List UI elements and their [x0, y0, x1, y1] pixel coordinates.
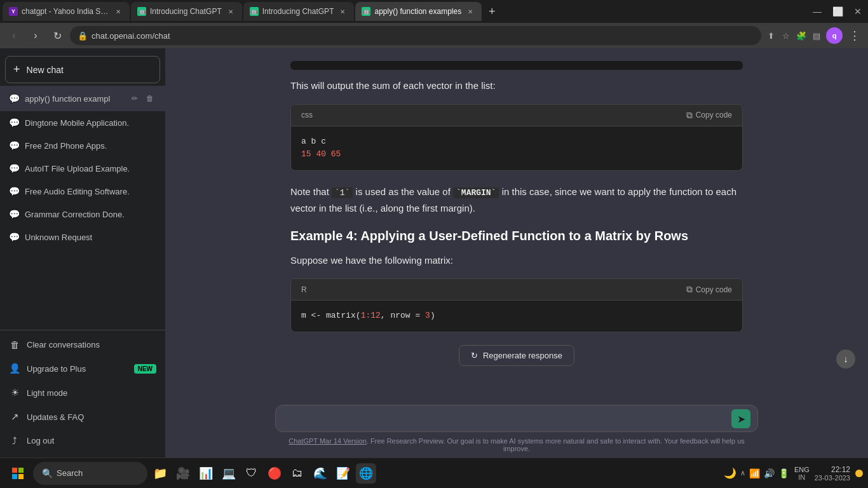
tab-3[interactable]: 🤖 Introducing ChatGPT ✕ — [243, 2, 355, 21]
win-logo-blue — [12, 474, 17, 479]
code-lang-1: css — [301, 111, 313, 119]
chat-icon-7: 💬 — [9, 232, 20, 242]
send-button[interactable]: ➤ — [731, 409, 750, 428]
taskbar-security-button[interactable]: 🛡 — [241, 463, 262, 484]
clear-conversations-button[interactable]: 🗑 Clear conversations — [0, 333, 165, 356]
chat-item-text-5: Free Audio Editing Software. — [25, 187, 156, 196]
lang-region: ENG IN — [794, 466, 810, 481]
start-button[interactable] — [5, 461, 31, 486]
taskbar-search-label: Search — [57, 468, 83, 478]
code-block-2-header: R ⧉ Copy code — [291, 279, 742, 301]
profile-button[interactable]: q — [826, 27, 843, 44]
regenerate-button[interactable]: ↻ Regenerate response — [459, 345, 574, 366]
win-logo-green — [18, 468, 24, 473]
tab-2[interactable]: 🤖 Introducing ChatGPT ✕ — [131, 2, 242, 21]
taskbar-opera-button[interactable]: 🔴 — [264, 463, 285, 484]
chat-icon-2: 💬 — [9, 118, 20, 128]
tab-4-close[interactable]: ✕ — [465, 6, 475, 17]
volume-icon[interactable]: 🔊 — [764, 468, 775, 478]
output-text: This will output the sum of each vector … — [290, 78, 743, 94]
new-chat-button[interactable]: + New chat — [5, 56, 160, 83]
chat-item-6[interactable]: 💬 Grammar Correction Done. — [0, 203, 165, 226]
code-content-1: a b c 15 40 65 — [291, 126, 742, 171]
tab-2-close[interactable]: ✕ — [226, 6, 236, 17]
bookmark-icon[interactable]: ☆ — [780, 30, 792, 41]
external-link-icon: ↗ — [9, 411, 20, 423]
browser-menu-button[interactable]: ⋮ — [846, 29, 863, 43]
network-icon[interactable]: 📶 — [749, 468, 760, 478]
footer-link[interactable]: ChatGPT Mar 14 Version — [288, 437, 367, 445]
time-display: 22:12 — [815, 465, 850, 474]
taskbar-dell-button[interactable]: 💻 — [219, 463, 239, 484]
win-logo-yellow — [18, 474, 24, 479]
taskbar-meet-button[interactable]: 🎥 — [173, 463, 193, 484]
url-action-icons: ⬆ ☆ 🧩 ▤ q ⋮ — [765, 27, 863, 44]
taskbar-word-button[interactable]: 📝 — [333, 463, 353, 484]
updates-faq-button[interactable]: ↗ Updates & FAQ — [0, 405, 165, 429]
battery-icon[interactable]: 🔋 — [778, 468, 789, 478]
copy-code-1-button[interactable]: ⧉ Copy code — [686, 110, 732, 121]
tab-1[interactable]: Y chatgpt - Yahoo India Search Res... ✕ — [3, 2, 130, 21]
tab-3-close[interactable]: ✕ — [337, 6, 348, 17]
maximize-button[interactable]: ⬜ — [830, 4, 845, 19]
chat-item-7[interactable]: 💬 Unknown Request — [0, 226, 165, 248]
note-inline-code-2: `MARGIN` — [453, 187, 499, 198]
taskbar-app3-button[interactable]: 📊 — [196, 463, 216, 484]
close-window-button[interactable]: ✕ — [850, 4, 865, 19]
tab-4[interactable]: 🤖 apply() function examples ✕ — [355, 2, 482, 21]
chat-item-1[interactable]: 💬 apply() function exampl ✏ 🗑 — [0, 86, 165, 111]
chat-item-4[interactable]: 💬 AutoIT File Upload Example. — [0, 157, 165, 180]
code-content-2: m <- matrix(1:12, nrow = 3) — [291, 301, 742, 332]
chat-item-2[interactable]: 💬 Dingtone Mobile Application. — [0, 111, 165, 134]
upgrade-label: Upgrade to Plus — [27, 364, 86, 374]
sidebar-toggle-icon[interactable]: ▤ — [811, 30, 822, 41]
log-out-button[interactable]: ⤴ Log out — [0, 429, 165, 452]
taskbar-files-button[interactable]: 📁 — [150, 463, 170, 484]
extensions-icon[interactable]: 🧩 — [796, 30, 807, 41]
scroll-to-bottom-button[interactable]: ↓ — [836, 349, 855, 369]
up-arrow-icon[interactable]: ∧ — [740, 469, 745, 477]
chat-item-text-1: apply() function exampl — [25, 94, 123, 104]
share-icon[interactable]: ⬆ — [765, 30, 776, 41]
taskbar-search-button[interactable]: 🔍 Search — [33, 462, 147, 485]
chat-input[interactable] — [275, 405, 758, 432]
lang-text: ENG — [794, 466, 810, 473]
chat-item-text-4: AutoIT File Upload Example. — [25, 164, 156, 173]
system-tray: 🌙 ∧ 📶 🔊 🔋 — [724, 467, 789, 479]
url-bar[interactable]: 🔒 chat.openai.com/chat — [70, 26, 761, 45]
light-mode-button[interactable]: ☀ Light mode — [0, 381, 165, 405]
notification-badge[interactable] — [855, 470, 863, 477]
code-matrix-range: 1:12 — [361, 311, 381, 320]
tab-3-favicon: 🤖 — [250, 7, 259, 16]
input-wrapper: ➤ — [275, 405, 758, 435]
tab-1-close[interactable]: ✕ — [113, 6, 123, 17]
note-text-2: is used as the value of — [353, 186, 453, 197]
taskbar-chrome-button[interactable]: 🌐 — [356, 463, 376, 484]
note-text-1: Note that — [290, 186, 332, 197]
delete-chat-button[interactable]: 🗑 — [144, 92, 156, 105]
code-lang-2: R — [301, 285, 307, 294]
forward-button[interactable]: › — [27, 27, 44, 44]
taskbar-folder-button[interactable]: 🗂 — [287, 463, 308, 484]
code-matrix-num: 3 — [425, 311, 430, 320]
light-mode-label: Light mode — [27, 388, 67, 398]
back-button[interactable]: ‹ — [5, 27, 23, 44]
tab-bar: Y chatgpt - Yahoo India Search Res... ✕ … — [0, 0, 868, 23]
edit-chat-button[interactable]: ✏ — [128, 92, 141, 105]
copy-code-2-button[interactable]: ⧉ Copy code — [686, 284, 732, 295]
chat-input-area: ➤ ChatGPT Mar 14 Version. Free Research … — [165, 397, 868, 458]
chat-item-3[interactable]: 💬 Free 2nd Phone Apps. — [0, 134, 165, 157]
taskbar-edge-button[interactable]: 🌊 — [310, 463, 330, 484]
chat-item-5[interactable]: 💬 Free Audio Editing Software. — [0, 180, 165, 203]
time-block[interactable]: 22:12 23-03-2023 — [815, 465, 850, 482]
chat-list: 💬 apply() function exampl ✏ 🗑 💬 Dingtone… — [0, 86, 165, 327]
new-tab-button[interactable]: + — [483, 3, 501, 20]
new-chat-label: New chat — [27, 65, 64, 75]
copy-label-2: Copy code — [696, 285, 732, 294]
minimize-button[interactable]: — — [810, 4, 825, 19]
message-area: This will output the sum of each vector … — [275, 61, 758, 366]
reload-button[interactable]: ↻ — [48, 27, 66, 44]
sidebar: + New chat 💬 apply() function exampl ✏ 🗑… — [0, 48, 165, 458]
new-badge: NEW — [134, 364, 156, 374]
upgrade-to-plus-button[interactable]: 👤 Upgrade to Plus NEW — [0, 356, 165, 381]
